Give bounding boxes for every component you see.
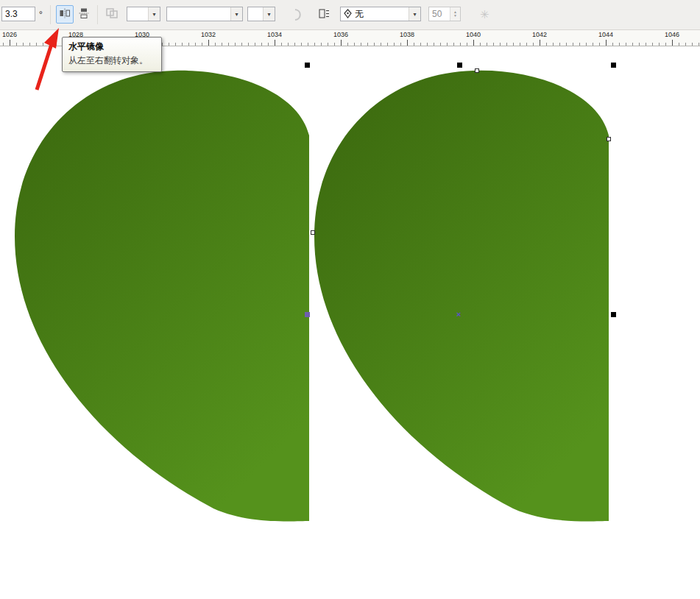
ruler-major-tick [540, 40, 540, 46]
property-bar: ° [0, 0, 700, 30]
ruler-label: 1038 [400, 31, 414, 38]
ruler-label: 1044 [598, 31, 613, 38]
ruler-label: 1032 [201, 31, 216, 38]
opacity-value: 50 [429, 9, 450, 19]
selection-handle-middle-left[interactable] [305, 312, 310, 317]
chevron-down-icon[interactable]: ▾ [148, 7, 160, 21]
drawing-canvas[interactable]: × [0, 46, 700, 599]
chevron-down-icon[interactable]: ▾ [409, 7, 420, 21]
ruler-major-tick [208, 40, 209, 46]
wrap-text-icon [318, 7, 330, 22]
app-window: { "toolbar": { "angle_input": { "value":… [0, 0, 700, 599]
rotation-angle-input[interactable] [1, 7, 35, 21]
half-heart-shape-right[interactable] [314, 71, 609, 522]
pen-nib-icon [341, 9, 353, 19]
mirror-vertical-button[interactable] [75, 5, 93, 24]
tooltip-title: 水平镜像 [68, 40, 155, 53]
combine-objects-icon [105, 7, 119, 21]
ruler-major-tick [606, 40, 607, 46]
mirror-horizontal-icon [59, 7, 71, 21]
opacity-spinner: 50 ▲ ▼ [428, 7, 461, 21]
ruler-label: 1026 [2, 31, 17, 38]
shapes-layer [0, 46, 700, 599]
separator [50, 5, 51, 24]
ruler-label: 1042 [532, 31, 547, 38]
outline-width-combo[interactable]: 无 ▾ [340, 7, 421, 21]
ruler-major-tick [407, 40, 408, 46]
degree-symbol: ° [39, 10, 43, 20]
ruler-major-tick [341, 40, 342, 46]
curve-node[interactable] [607, 137, 611, 141]
line-style-dropdown[interactable]: ▾ [166, 7, 243, 21]
curve-node[interactable] [475, 68, 479, 73]
end-style-dropdown[interactable]: ▾ [247, 7, 275, 21]
ruler-major-tick [10, 40, 10, 46]
tooltip-description: 从左至右翻转对象。 [68, 54, 155, 67]
ruler-label: 1046 [665, 31, 679, 38]
separator [97, 5, 98, 24]
selection-center-mark[interactable]: × [456, 311, 461, 319]
wrap-text-button[interactable] [315, 5, 333, 24]
selection-handle-top-right[interactable] [611, 63, 616, 68]
ruler-label: 1036 [333, 31, 348, 38]
combine-objects-button [102, 5, 122, 24]
outline-width-value: 无 [353, 8, 409, 21]
spinner-buttons: ▲ ▼ [450, 7, 460, 21]
curve-tool-icon [291, 7, 305, 25]
selection-handle-top-center[interactable] [457, 63, 462, 68]
mirror-horizontal-button[interactable] [56, 5, 74, 24]
half-heart-shape-left[interactable] [15, 71, 309, 522]
pattern-disabled-icon: ✳ [480, 8, 489, 21]
ruler-major-tick [275, 40, 275, 46]
ruler-label: 1040 [466, 31, 481, 38]
mirror-vertical-icon [78, 7, 90, 21]
outline-style-dropdown[interactable]: ▾ [127, 7, 160, 21]
mirror-tooltip: 水平镜像 从左至右翻转对象。 [62, 37, 162, 72]
ruler-label: 1034 [267, 31, 282, 38]
chevron-down-icon[interactable]: ▾ [263, 7, 275, 21]
curve-node[interactable] [311, 230, 315, 235]
chevron-down-icon[interactable]: ▾ [230, 7, 242, 21]
spinner-down-icon: ▼ [453, 14, 457, 18]
ruler-major-tick [473, 40, 474, 46]
ruler-major-tick [672, 40, 673, 46]
selection-handle-top-left[interactable] [305, 63, 310, 68]
selection-handle-middle-right[interactable] [611, 312, 616, 317]
